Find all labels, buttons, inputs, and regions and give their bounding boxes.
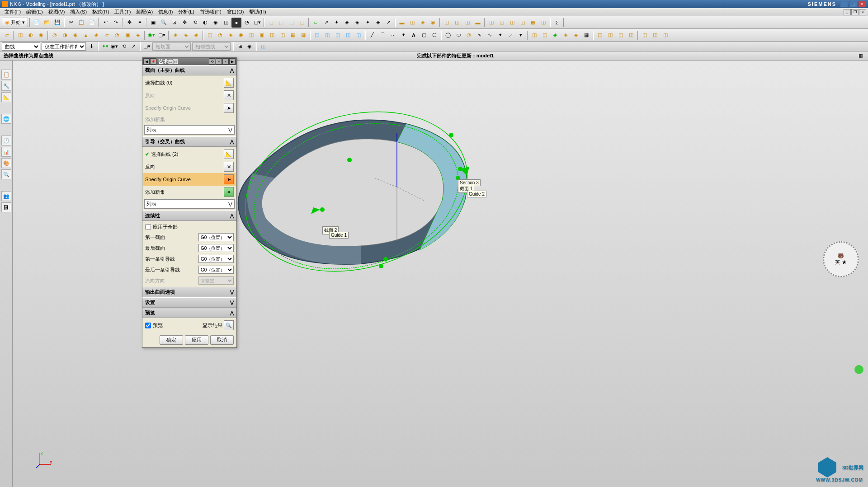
nav-icon[interactable]: 🌐 [1,114,11,124]
filter-icon[interactable]: ✦▾ [101,42,109,51]
cancel-button[interactable]: 取消 [210,335,234,345]
nav-icon[interactable]: 🎨 [1,158,11,168]
analysis-icon[interactable]: Σ [552,18,562,28]
curve-icon[interactable]: ▾ [516,30,526,40]
tool-icon[interactable]: ↗ [383,18,393,28]
tool-icon[interactable]: ◈ [373,18,383,28]
filter-select-4[interactable]: 相邻曲线 [192,42,231,51]
menu-view[interactable]: 视图(V) [46,8,68,16]
sync-icon[interactable]: ◫ [354,30,363,40]
status-icon[interactable]: ▦ [857,52,864,60]
curve-icon[interactable]: ∿ [474,30,484,40]
edit-icon[interactable]: ▦ [288,30,298,40]
wcs-icon[interactable]: ⬚ [297,18,307,28]
zoom-icon[interactable]: 🔍 [159,18,169,28]
maximize-button[interactable]: □ [849,1,857,7]
sync-icon[interactable]: ◫ [343,30,353,40]
asm-icon[interactable]: ◫ [660,30,670,40]
minimize-button[interactable]: _ [840,1,848,7]
doc-minimize[interactable]: _ [844,9,851,15]
start-button[interactable]: ◉开始 ▾ [2,18,28,27]
menu-window[interactable]: 窗口(O) [224,8,247,16]
sync-icon[interactable]: ◫ [333,30,343,40]
menu-help[interactable]: 帮助(H) [246,8,269,16]
curve-icon[interactable]: ⬡ [429,30,439,40]
save-icon[interactable]: 💾 [52,18,62,28]
feature-icon[interactable]: ◫ [462,18,472,28]
curve-icon[interactable]: ⬭ [453,30,463,40]
datum-icon[interactable]: ▱ [311,18,321,28]
menu-file[interactable]: 文件(F) [2,8,24,16]
filter-icon[interactable]: ▢▾ [143,42,151,51]
curve-icon[interactable]: ◔ [464,30,474,40]
nav-icon[interactable]: 📐 [1,92,11,102]
reverse-icon[interactable]: ✕ [224,90,234,100]
asm-icon[interactable]: ◫ [540,30,550,40]
surf-icon[interactable]: ▱ [102,30,112,40]
sketch-icon[interactable]: ▱ [2,30,12,40]
rotate-icon[interactable]: ⟲ [190,18,200,28]
cut-icon[interactable]: ✂ [66,18,76,28]
edit-icon[interactable]: ◈ [226,30,236,40]
bool-icon[interactable]: ◈ [170,30,180,40]
menu-insert[interactable]: 插入(S) [67,8,90,16]
origin-curve-icon[interactable]: ➤ [224,103,234,113]
extrude-icon[interactable]: ◫ [15,30,25,40]
tool-icon[interactable]: ✥ [124,18,134,28]
last-guide-select[interactable]: G0（位置） [198,266,234,274]
close-button[interactable]: × [858,1,866,7]
surf-icon[interactable]: ▣ [123,30,132,40]
asm-icon[interactable]: ◈ [561,30,571,40]
redo-icon[interactable]: ↷ [111,18,121,28]
filter-icon[interactable]: ◉▾ [110,42,118,51]
dlg-next-icon[interactable]: ▶ [229,58,236,65]
nav-icon[interactable]: 🖼 [1,202,11,212]
menu-assembly[interactable]: 装配(A) [133,8,156,16]
nav-icon[interactable]: 🔧 [1,81,11,91]
surf-icon[interactable]: ◔ [50,30,60,40]
tool-icon[interactable]: ✦ [135,18,145,28]
layer-icon[interactable]: ▢▾ [252,18,262,28]
op-icon[interactable]: ◉▾ [146,30,156,40]
apply-all-checkbox[interactable] [145,224,151,230]
wcs-icon[interactable]: ⬚ [287,18,297,28]
viewport[interactable]: Section 3 截面 1 Guide 2 截面 2 Guide 1 z x … [13,61,868,487]
feature-icon[interactable]: ▬ [473,18,483,28]
filter-icon[interactable]: ⬇ [87,42,95,51]
tool-icon[interactable]: ◉ [211,18,221,28]
first-guide-select[interactable]: G0（位置） [198,255,234,263]
edit-icon[interactable]: ▣ [257,30,267,40]
new-icon[interactable]: 📄 [32,18,42,28]
shade-icon[interactable]: ● [231,18,241,28]
op-icon[interactable]: ▢▾ [157,30,167,40]
edit-icon[interactable]: ◫ [278,30,288,40]
asm-icon[interactable]: ◫ [640,30,650,40]
doc-close[interactable]: × [859,9,866,15]
collapse-icon[interactable]: ⋁ [230,300,234,305]
filter-icon[interactable]: ↗ [129,42,137,51]
asm-icon[interactable]: ◫ [616,30,626,40]
surf-icon[interactable]: ◈ [133,30,143,40]
asm-icon[interactable]: ◫ [595,30,605,40]
curve-icon[interactable]: ◯ [443,30,453,40]
filter-icon[interactable]: ⊞ [236,42,244,51]
collapse-icon[interactable]: ⋀ [230,139,234,144]
dlg-pin-icon[interactable]: 📌 [150,58,156,65]
dlg-refresh-icon[interactable]: ⟲ [209,58,215,65]
edit-icon[interactable]: ◫ [205,30,215,40]
asm-icon[interactable]: ◫ [650,30,660,40]
feature-icon[interactable]: ◫ [452,18,462,28]
pan-icon[interactable]: ✥ [179,18,189,28]
curve-icon[interactable]: ～ [388,30,398,40]
menu-analysis[interactable]: 分析(L) [175,8,197,16]
collapse-icon[interactable]: ⋀ [230,68,234,73]
menu-info[interactable]: 信息(I) [156,8,175,16]
asm-icon[interactable]: ◫ [626,30,636,40]
dlg-back-icon[interactable]: ◀ [143,58,150,65]
revolve-icon[interactable]: ◐ [26,30,36,40]
select-curve-0[interactable]: 选择曲线 (0) [145,80,224,86]
curve-icon[interactable]: ⌒ [377,30,387,40]
curve-icon[interactable]: ∿ [485,30,495,40]
tool-icon[interactable]: ✦ [363,18,373,28]
feature-icon[interactable]: ◫ [442,18,452,28]
